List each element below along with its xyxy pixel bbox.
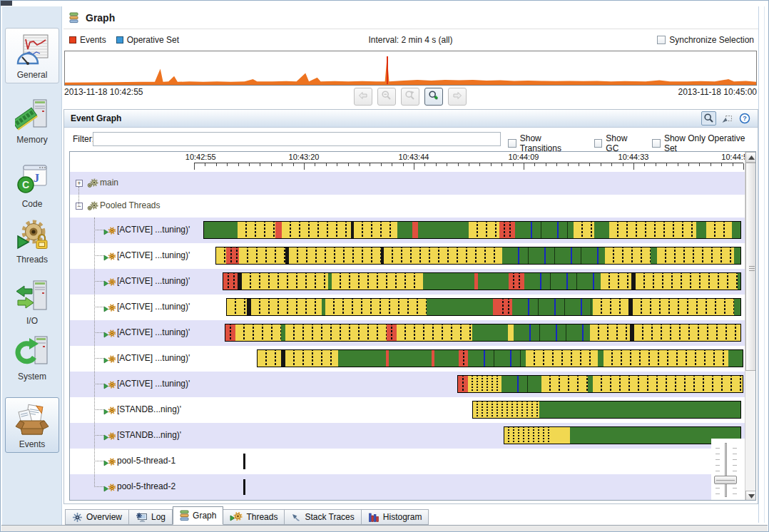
sidebar-item-general[interactable]: General [5,28,59,83]
thread-event-bar[interactable] [226,298,741,316]
event-segment-ys [235,324,281,341]
overview-icon [72,512,83,523]
thread-event-bar[interactable] [215,247,741,265]
overview-chart[interactable] [64,51,757,86]
sidebar-item-label: Events [6,439,58,449]
tab-histogram[interactable]: Histogram [362,509,429,525]
scroll-up-button[interactable] [745,152,756,163]
vertical-scrollbar[interactable] [745,152,756,501]
sidebar: GeneralMemoryJCCodeThreadsI/OSystemEvent… [2,6,62,525]
thread-row[interactable]: pool-5-thread-1 [70,449,745,474]
thread-row[interactable]: [ACTIVE] ...tuning)' [70,269,745,295]
thread-event-bar[interactable] [257,349,743,367]
event-segment-ys [605,247,651,264]
checkbox-show-transitions[interactable]: Show Transitions [508,133,584,153]
thread-event-bar[interactable] [504,426,741,444]
thread-event-bar[interactable] [472,401,741,419]
arrow-right-icon [452,90,463,104]
checkbox-show-only-operative-set[interactable]: Show Only Operative Set [652,133,758,153]
zoom-selection-button[interactable] [401,88,419,106]
zoom-out-button[interactable] [377,88,396,106]
minor-tick [534,163,535,166]
event-segment-ys [354,222,397,238]
thread-event-bar[interactable] [457,375,743,393]
thread-row[interactable]: [STANDB...ning)' [70,397,745,423]
tab-graph[interactable]: Graph [173,506,223,525]
thread-row[interactable]: pool-5-thread-2 [70,474,745,500]
tree-guide-stub [94,409,103,410]
slider-thumb[interactable] [714,476,737,484]
event-segment-g [539,401,740,418]
synchronize-selection[interactable]: Synchronize Selection [657,35,754,45]
event-segment-ys [636,273,738,290]
minor-tick [370,163,370,166]
synchronize-checkbox[interactable] [657,36,666,44]
minor-tick [359,163,360,166]
sidebar-item-code[interactable]: JCCode [5,162,59,209]
tab-threads[interactable]: Threads [223,509,285,525]
tree-expander[interactable]: + [76,180,83,187]
thread-label: [ACTIVE] ...tuning)' [117,327,190,337]
thread-row[interactable]: [ACTIVE] ...tuning)' [70,243,745,269]
event-segment-ys [325,299,427,315]
filter-input[interactable] [93,132,501,146]
back-button[interactable] [354,88,372,106]
tree-guide-stub [94,461,103,461]
minor-tick [469,163,469,166]
tab-label: Graph [193,511,216,521]
sidebar-item-threads[interactable]: Threads [5,218,59,265]
tab-bar: OverviewLogGraphThreadsStack TracesHisto… [65,506,429,525]
tab-stack-traces[interactable]: Stack Traces [285,509,361,525]
group-row-pooled-threads[interactable]: −Pooled Threads [70,195,745,218]
help-icon[interactable]: ? [737,111,752,126]
thread-event-bar[interactable] [225,324,741,342]
event-segment-ysd [473,401,540,418]
magnifier-selection-icon [404,90,416,104]
major-tick [194,163,195,170]
checkbox-box[interactable] [652,139,661,148]
event-segment-rs [225,324,235,341]
thread-row[interactable]: [ACTIVE] ...tuning)' [70,346,745,372]
thread-row[interactable]: [ACTIVE] ...tuning)' [70,320,745,346]
minor-tick [403,163,404,166]
thread-event-bar[interactable] [203,221,741,239]
thread-row[interactable]: [STANDB...ning)' [70,423,745,449]
sidebar-item-events[interactable]: Events [5,397,59,453]
zoom-in-button[interactable] [424,88,443,106]
sidebar-item-memory[interactable]: Memory [5,98,59,145]
checkbox-label: Show Only Operative Set [664,133,758,153]
thread-event-bar[interactable] [223,272,741,290]
checkbox-box[interactable] [508,139,516,148]
thread-label: [ACTIVE] ...tuning)' [117,276,190,286]
scroll-down-button[interactable] [745,491,756,501]
event-segment-rs [223,273,238,290]
event-segment-gb [502,247,605,264]
checkbox-label: Show GC [606,133,641,153]
tree-guide-stub [94,332,103,333]
thread-row[interactable]: [ACTIVE] ...tuning)' [70,372,745,397]
thread-label: [ACTIVE] ...tuning)' [117,302,190,312]
slider-track[interactable] [725,443,727,497]
sidebar-item-system[interactable]: System [5,334,59,382]
forward-button[interactable] [448,88,467,106]
thread-label: [ACTIVE] ...tuning)' [117,353,190,363]
log-icon [136,512,148,523]
event-segment-ys [332,273,424,290]
event-segment-g [204,222,238,238]
zoom-region-icon[interactable] [719,111,734,126]
checkbox-show-gc[interactable]: Show GC [594,133,642,153]
event-segment-rs [458,376,468,392]
thread-event-tick [243,479,245,495]
checkbox-box[interactable] [594,139,603,148]
event-segment-ys [633,299,734,315]
tab-log[interactable]: Log [129,509,173,525]
minor-tick [458,163,459,166]
group-row-main[interactable]: +main [70,172,745,195]
sidebar-item-i-o[interactable]: I/O [5,279,59,326]
tree-expander[interactable]: − [76,203,83,210]
magnifier-icon[interactable] [701,111,716,126]
thread-row[interactable]: [ACTIVE] ...tuning)' [70,295,745,320]
thread-row[interactable]: [ACTIVE] ...tuning)' [70,218,745,243]
scrollbar-thumb[interactable] [745,163,756,371]
tab-overview[interactable]: Overview [65,509,129,525]
